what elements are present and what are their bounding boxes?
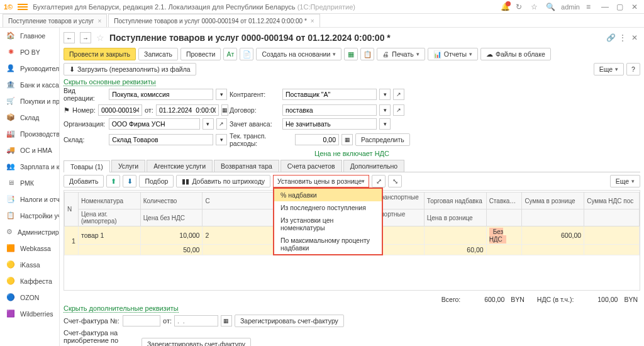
sidebar-item[interactable]: 🟪Wildberries	[0, 306, 59, 322]
dropdown-item[interactable]: Из последнего поступления	[274, 201, 382, 214]
subtab[interactable]: Товары (1)	[64, 160, 110, 172]
cell-retail-price[interactable]: 60,00	[424, 245, 486, 255]
contr-input[interactable]	[282, 89, 377, 100]
cell-price-src[interactable]	[78, 245, 140, 255]
col-price-src[interactable]: Цена изг. (импортера)	[78, 209, 140, 226]
col-n[interactable]: N	[65, 193, 79, 226]
star-icon[interactable]: ☆	[531, 3, 540, 11]
sidebar-item[interactable]: 🖥РМК	[0, 175, 59, 191]
sf-date-input[interactable]	[174, 315, 218, 326]
print-button[interactable]: 🖨 Печать	[377, 48, 425, 60]
col-retail-sum[interactable]: Сумма в рознице	[522, 193, 584, 209]
reports-button[interactable]: 📊 Отчеты	[428, 48, 478, 60]
window-tab[interactable]: Поступление товаров и услуг 0000-000194 …	[108, 14, 319, 27]
org-input[interactable]	[109, 118, 200, 130]
date-input[interactable]	[156, 104, 219, 116]
calc-icon[interactable]: ▦	[341, 134, 353, 145]
window-tab[interactable]: Поступление товаров и услуг ×	[3, 14, 107, 27]
sidebar-item[interactable]: 🔵OZON	[0, 289, 59, 306]
col-rate[interactable]: Ставка…	[486, 193, 522, 209]
sidebar-item[interactable]: 🟡Каффеста	[0, 273, 59, 289]
col-markup[interactable]: Торговая надбавка	[424, 193, 486, 209]
store-input[interactable]	[109, 134, 213, 145]
doc-icon[interactable]: 📋	[360, 48, 374, 60]
sidebar-item[interactable]: 📑Налоги и отчетность	[0, 191, 59, 208]
dropdown-icon[interactable]: ▾	[379, 118, 391, 130]
cloud-files-button[interactable]: ☁ Файлы в облаке	[480, 48, 551, 60]
subtab[interactable]: Агентские услуги	[147, 160, 213, 172]
maximize-icon[interactable]: ▢	[616, 3, 625, 11]
cell-retail-sum[interactable]: 600,00	[522, 226, 584, 245]
close-doc-icon[interactable]: ✕	[631, 33, 640, 42]
dropdown-icon[interactable]: ▾	[216, 89, 227, 100]
sidebar-item[interactable]: 🚚ОС и НМА	[0, 142, 59, 159]
post-button[interactable]: Провести	[180, 48, 221, 60]
sidebar-item[interactable]: ⚙Администрирование	[0, 224, 59, 240]
sidebar-item[interactable]: 🏭Производство	[0, 126, 59, 142]
save-button[interactable]: Записать	[138, 48, 178, 60]
hide-main-link[interactable]: Скрыть основные реквизиты	[64, 78, 156, 86]
col-nds-sum[interactable]: Сумма НДС пос	[584, 193, 640, 209]
cell-markup[interactable]	[424, 226, 486, 245]
cell-price-wo[interactable]: 50,00	[140, 245, 203, 255]
dt-icon[interactable]: Ат	[223, 48, 237, 60]
fwd-button[interactable]: →	[80, 32, 91, 43]
calendar-icon[interactable]: ▦	[221, 104, 228, 116]
sidebar-item[interactable]: ✺РО BY	[0, 44, 59, 60]
more-button[interactable]: Еще	[610, 175, 640, 187]
col-qty[interactable]: Количество	[140, 193, 203, 209]
bell-icon[interactable]: 🔔	[501, 3, 509, 11]
excel-icon[interactable]: ▦	[344, 48, 358, 60]
sidebar-item[interactable]: 👥Зарплата и кадры	[0, 159, 59, 175]
sidebar-item[interactable]: 🟧Webkassa	[0, 240, 59, 257]
dropdown-item[interactable]: Из установки цен номенклатуры	[274, 214, 382, 234]
down-icon[interactable]: ⬇	[123, 175, 136, 187]
search-icon[interactable]: 🔍	[546, 3, 555, 11]
subtab[interactable]: Услуги	[111, 160, 145, 172]
dropdown-item[interactable]: По максимальному проценту надбавки	[274, 234, 382, 254]
more-button[interactable]: Еще	[594, 63, 624, 75]
cell-nds-sum[interactable]	[584, 226, 640, 245]
sidebar-item[interactable]: 👤Руководителю	[0, 60, 59, 77]
minimize-icon[interactable]: —	[601, 3, 610, 11]
sidebar-item[interactable]: 📋Настройки учета	[0, 208, 59, 224]
subtab[interactable]: Дополнительно	[343, 160, 405, 172]
add-row-button[interactable]: Добавить	[64, 175, 104, 187]
collapse-icon[interactable]: ⤡	[388, 175, 402, 187]
create-based-button[interactable]: Создать на основании	[256, 48, 341, 60]
subtab[interactable]: Возвратная тара	[214, 160, 279, 172]
help-button[interactable]: ?	[626, 63, 640, 75]
post-close-button[interactable]: Провести и закрыть	[64, 48, 136, 60]
dropdown-icon[interactable]: ▾	[379, 89, 391, 100]
pick-button[interactable]: Подбор	[139, 175, 174, 187]
close-icon[interactable]: ✕	[631, 3, 640, 11]
register-sf-button[interactable]: Зарегистрировать счет-фактуру	[235, 315, 344, 327]
sidebar-item[interactable]: 🟡iKassa	[0, 257, 59, 273]
distribute-button[interactable]: Распределить	[355, 133, 410, 146]
col-retail-price[interactable]: Цена в рознице	[424, 209, 486, 226]
dropdown-icon[interactable]: ▾	[203, 118, 213, 130]
col-price-wo[interactable]: Цена без НДС	[140, 209, 203, 226]
flag-icon[interactable]: ⚑	[64, 106, 70, 114]
favorite-icon[interactable]: ☆	[96, 33, 104, 43]
link-icon[interactable]: 🔗	[606, 33, 615, 42]
cell-qty[interactable]: 10,000	[140, 226, 203, 245]
close-icon[interactable]: ×	[311, 18, 314, 25]
expand-icon[interactable]: ⤢	[372, 175, 386, 187]
set-retail-dropdown[interactable]: Установить цены в рознице % надбавкиИз п…	[273, 175, 369, 187]
open-icon[interactable]: ↗	[393, 89, 404, 100]
cell-nom[interactable]: товар 1	[78, 226, 140, 245]
sidebar-item[interactable]: 📦Склад	[0, 109, 59, 126]
col-nom[interactable]: Номенклатура	[78, 193, 140, 209]
history-icon[interactable]: ↻	[516, 3, 525, 11]
user-label[interactable]: admin	[561, 3, 580, 11]
subtab[interactable]: Счета расчетов	[280, 160, 342, 172]
avans-input[interactable]	[282, 118, 377, 130]
open-icon[interactable]: ↗	[393, 104, 404, 116]
sidebar-item[interactable]: 🛒Покупки и продажи	[0, 93, 59, 109]
cell-rate[interactable]: Без НДС	[486, 226, 522, 245]
number-input[interactable]	[98, 104, 142, 116]
close-icon[interactable]: ×	[97, 18, 101, 25]
open-icon[interactable]: ↗	[216, 118, 227, 130]
set-retail-button[interactable]: Установить цены в рознице	[273, 175, 369, 187]
